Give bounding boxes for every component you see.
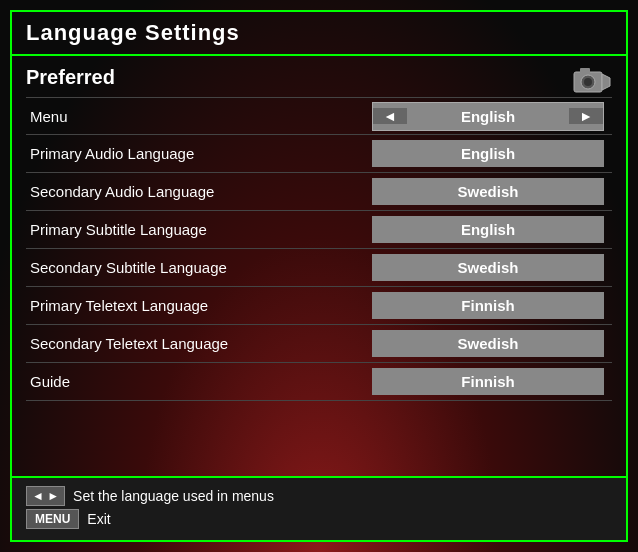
nav-arrows-badge: ◄ ► <box>26 486 65 506</box>
value-box: Finnish <box>372 292 604 319</box>
title-bar: Language Settings <box>10 10 628 56</box>
setting-value-wrapper: Finnish <box>364 368 612 395</box>
camera-icon <box>572 66 612 96</box>
setting-value-wrapper: Swedish <box>364 254 612 281</box>
settings-row: Menu◄English► <box>26 97 612 135</box>
setting-label: Secondary Teletext Language <box>26 335 364 352</box>
footer-nav-row: ◄ ► Set the language used in menus <box>26 486 612 506</box>
settings-row: GuideFinnish <box>26 363 612 401</box>
arrow-left-button[interactable]: ◄ <box>373 108 407 124</box>
settings-row: Secondary Subtitle LanguageSwedish <box>26 249 612 287</box>
value-box: Swedish <box>372 330 604 357</box>
setting-value-wrapper: Swedish <box>364 178 612 205</box>
setting-value-wrapper: English <box>364 140 612 167</box>
settings-row: Secondary Audio LanguageSwedish <box>26 173 612 211</box>
setting-value-wrapper: English <box>364 216 612 243</box>
value-box: English <box>372 140 604 167</box>
content-area: Preferred Menu◄English►Primary Audio Lan… <box>10 56 628 476</box>
setting-value-wrapper: ◄English► <box>364 102 612 131</box>
settings-row: Primary Subtitle LanguageEnglish <box>26 211 612 249</box>
main-container: Language Settings Preferred Menu◄English… <box>0 0 638 552</box>
setting-label: Primary Audio Language <box>26 145 364 162</box>
setting-label: Guide <box>26 373 364 390</box>
value-box: Finnish <box>372 368 604 395</box>
svg-rect-3 <box>580 68 590 74</box>
settings-row: Primary Teletext LanguageFinnish <box>26 287 612 325</box>
value-text: English <box>407 108 569 125</box>
nav-description: Set the language used in menus <box>73 488 274 504</box>
setting-label: Primary Subtitle Language <box>26 221 364 238</box>
settings-table: Menu◄English►Primary Audio LanguageEngli… <box>26 97 612 401</box>
value-box-arrows[interactable]: ◄English► <box>372 102 604 131</box>
setting-label: Secondary Subtitle Language <box>26 259 364 276</box>
settings-row: Primary Audio LanguageEnglish <box>26 135 612 173</box>
menu-badge: MENU <box>26 509 79 529</box>
value-box: Swedish <box>372 254 604 281</box>
menu-description: Exit <box>87 511 110 527</box>
preferred-label: Preferred <box>26 66 612 89</box>
setting-value-wrapper: Finnish <box>364 292 612 319</box>
setting-value-wrapper: Swedish <box>364 330 612 357</box>
arrow-right-button[interactable]: ► <box>569 108 603 124</box>
setting-label: Secondary Audio Language <box>26 183 364 200</box>
setting-label: Primary Teletext Language <box>26 297 364 314</box>
footer-area: ◄ ► Set the language used in menus MENU … <box>10 476 628 542</box>
svg-point-2 <box>584 78 592 86</box>
value-box: English <box>372 216 604 243</box>
footer-menu-row: MENU Exit <box>26 509 612 529</box>
setting-label: Menu <box>26 108 364 125</box>
page-title: Language Settings <box>26 20 612 46</box>
settings-row: Secondary Teletext LanguageSwedish <box>26 325 612 363</box>
svg-marker-4 <box>602 74 610 90</box>
value-box: Swedish <box>372 178 604 205</box>
